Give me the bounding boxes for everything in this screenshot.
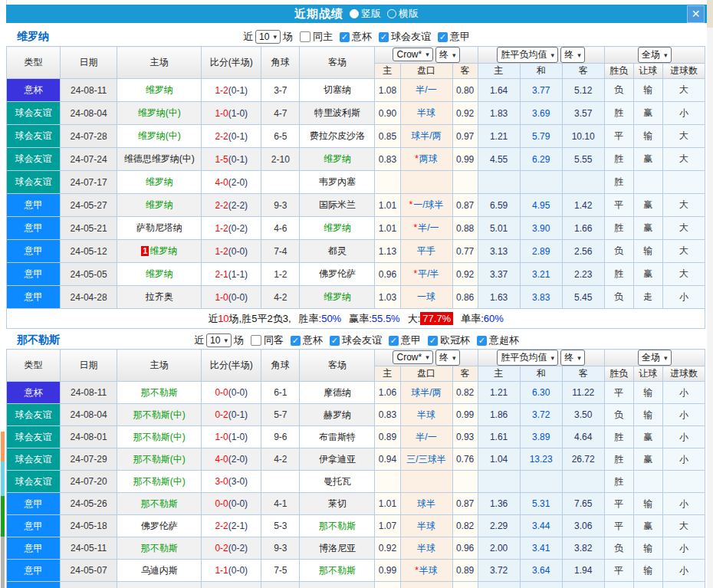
column-header: 日期 [61, 350, 117, 382]
league-checkbox-label[interactable]: 意超杯 [489, 333, 519, 347]
recent-count-select[interactable]: 10▾ [255, 30, 281, 44]
result-handicap: 输 [633, 582, 662, 588]
league-checkbox-label[interactable]: 球会友谊 [342, 333, 382, 347]
same-side-checkbox[interactable] [251, 335, 261, 346]
fulltime-score: 1-2 [215, 246, 228, 257]
result-handicap [633, 171, 662, 194]
score-cell: 2-1(1-1) [202, 263, 261, 286]
layout-radio-vertical-label[interactable]: 竖版 [361, 7, 381, 21]
home-team-name: 拉齐奥 [146, 291, 173, 302]
home-team-name: 维罗纳 [146, 199, 173, 210]
avg-type-select[interactable]: 胜平负均值▾ [497, 350, 558, 366]
home-odds: 1.08 [375, 79, 400, 102]
corner-count: 7-4 [261, 240, 300, 263]
home-team-cell: 那不勒斯 [117, 493, 202, 515]
avg-home: 2.29 [478, 515, 520, 537]
league-checkbox[interactable]: ✓ [330, 336, 340, 346]
league-checkbox[interactable]: ✓ [428, 336, 438, 346]
away-team-cell: 韦罗內塞 [300, 171, 375, 194]
result-goals: 大 [662, 148, 705, 171]
fulltime-score: 2-1 [215, 269, 228, 280]
handicap-line: 一球 [417, 291, 435, 302]
avg-away: 2.56 [562, 240, 604, 263]
chevron-down-icon: ▾ [577, 354, 581, 362]
layout-radio-horizontal[interactable] [387, 9, 396, 18]
avg-time-select[interactable]: 终▾ [560, 350, 585, 366]
home-team-name: 那不勒斯(中) [133, 454, 186, 465]
league-checkbox-label[interactable]: 意杯 [352, 30, 372, 44]
odds-provider-select[interactable]: Crow*▾ [393, 350, 432, 364]
summary-record: 场,胜5平2负3, [229, 313, 291, 324]
handicap-line: 平/半 [418, 268, 439, 279]
league-checkbox[interactable]: ✓ [438, 32, 448, 42]
match-date: 24-08-04 [61, 404, 117, 426]
column-header: 日期 [61, 47, 117, 79]
column-header: 比分(半场) [202, 47, 261, 79]
away-odds: 0.82 [452, 382, 478, 404]
odds-provider-select[interactable]: Crow*▾ [393, 48, 432, 61]
league-checkbox-label[interactable]: 欧冠杯 [440, 333, 470, 347]
odds-time-select[interactable]: 终▾ [435, 350, 460, 366]
handicap-cell: 球半/两 [400, 125, 452, 148]
home-team-name: 那不勒斯(中) [133, 432, 186, 442]
match-row: 球会友谊24-07-17维罗纳4-0(2-0)韦罗內塞胜 [7, 171, 705, 194]
halftime-score: (0-2) [228, 223, 248, 234]
result-wdl: 负 [604, 404, 633, 426]
avg-draw: 3.77 [520, 79, 562, 102]
league-checkbox[interactable]: ✓ [379, 32, 389, 42]
league-checkbox-label[interactable]: 意甲 [450, 30, 470, 44]
halftime-score: (0-1) [228, 131, 248, 142]
away-team-cell: 佛罗伦萨 [300, 263, 375, 286]
league-type-badge: 意甲 [7, 493, 61, 515]
avg-type-select[interactable]: 胜平负均值▾ [497, 47, 558, 63]
result-sub-header: 胜负 [604, 366, 633, 382]
corner-count: 5-7 [261, 404, 300, 426]
same-side-label[interactable]: 同主 [313, 30, 333, 44]
result-goals: 大 [662, 582, 705, 588]
handicap-cell: 半球 [400, 582, 452, 588]
home-odds: 0.85 [375, 125, 400, 148]
away-team-cell: 莱切 [300, 493, 375, 515]
result-handicap: 输 [633, 560, 662, 582]
match-row: 意甲24-04-28那不勒斯2-2(0-0)9-2罗马1.00半球0.891.9… [7, 582, 705, 588]
result-handicap: 输 [633, 493, 662, 515]
league-checkbox[interactable]: ✓ [389, 336, 399, 346]
chevron-down-icon: ▾ [426, 51, 429, 58]
result-wdl: 平 [604, 582, 633, 588]
result-handicap: 赢 [633, 194, 662, 217]
score-cell: 1-1(0-0) [202, 560, 261, 582]
score-cell: 2-2(0-0) [202, 582, 261, 588]
result-handicap: 走 [633, 286, 662, 309]
odds-provider-select-value: Crow* [396, 352, 422, 363]
league-checkbox[interactable]: ✓ [291, 336, 301, 346]
underlying-page-fragment [707, 0, 713, 28]
league-checkbox-label[interactable]: 意杯 [303, 333, 323, 347]
summary-stat-label: 胜率: [299, 313, 322, 324]
home-team-cell: 维罗纳 [117, 194, 202, 217]
handicap-cell: 半/一 [400, 79, 452, 102]
league-checkbox[interactable]: ✓ [340, 32, 350, 42]
halftime-score: (2-0) [228, 177, 248, 188]
league-checkbox-label[interactable]: 球会友谊 [391, 30, 431, 44]
avg-away: 7.65 [562, 493, 604, 515]
avg-draw: 2.89 [520, 240, 562, 263]
league-checkbox-label[interactable]: 意甲 [401, 333, 421, 347]
away-odds: 0.82 [452, 515, 478, 537]
scope-select[interactable]: 全场▾ [638, 350, 672, 366]
halftime-score: (0-1) [228, 85, 248, 96]
avg-home: 1.83 [478, 102, 520, 125]
same-side-label[interactable]: 同客 [264, 333, 284, 347]
close-icon[interactable]: ✕ [687, 5, 705, 23]
scope-select[interactable]: 全场▾ [638, 47, 672, 63]
avg-time-select[interactable]: 终▾ [560, 47, 585, 63]
same-side-checkbox[interactable] [300, 31, 310, 42]
corner-count: 4-7 [261, 102, 300, 125]
recent-count-select[interactable]: 10▾ [206, 333, 232, 347]
layout-radio-horizontal-label[interactable]: 横版 [399, 7, 419, 21]
away-team-cell: 布雷斯特 [300, 426, 375, 448]
home-team-name: 维罗纳 [146, 268, 173, 279]
handicap-line: 一/球半 [413, 199, 443, 210]
layout-radio-vertical[interactable] [350, 9, 359, 18]
league-checkbox[interactable]: ✓ [477, 336, 487, 346]
odds-time-select[interactable]: 终▾ [435, 47, 460, 63]
